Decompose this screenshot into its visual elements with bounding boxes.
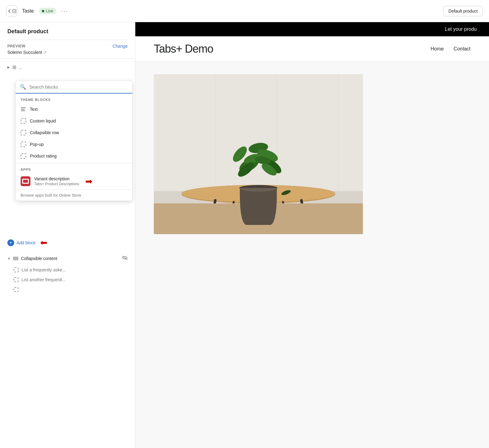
browse-apps-link[interactable]: Browse apps built for Online Store	[16, 190, 132, 201]
sidebar-tree: ▶ ⊞ ... 🔍 THEME BLOCKS	[0, 59, 135, 448]
app-block-text: Variant description Tabs+ Product Descri…	[34, 176, 79, 186]
collapsible-content-label: Collapsible content	[21, 256, 120, 261]
sub-item-3-icon	[14, 287, 18, 292]
block-label-product-rating: Product rating	[30, 154, 57, 158]
store-preview: Let your produ Tabs+ Demo Home Contact	[135, 22, 489, 448]
store-topbar: Let your produ	[135, 22, 489, 36]
add-block-row[interactable]: + Add block ➡	[0, 233, 135, 252]
live-badge: Live	[39, 8, 56, 14]
arrow-indicator-add-block: ➡	[40, 238, 47, 248]
app-block-name: Variant description	[34, 176, 79, 181]
chevron-right-icon: ▶	[7, 66, 10, 69]
block-item-custom-liquid[interactable]: Custom liquid	[16, 115, 132, 127]
block-label-popup: Pop-up	[30, 142, 44, 147]
add-block-icon: +	[7, 239, 14, 246]
default-product-button[interactable]: Default product	[443, 6, 483, 16]
hide-icon[interactable]	[122, 256, 128, 261]
live-dot-icon	[42, 10, 44, 12]
app-block-variant-description[interactable]: Variant description Tabs+ Product Descri…	[16, 173, 132, 190]
search-box: 🔍	[16, 81, 132, 94]
product-name-row: Solemn Succulent ↗	[7, 50, 128, 55]
sub-item-1-label: List a frequently aske...	[22, 267, 66, 272]
sub-item-1[interactable]: List a frequently aske...	[0, 265, 135, 275]
search-input[interactable]	[29, 84, 128, 90]
app-icon-variant-description	[21, 176, 30, 186]
sidebar: Default product PREVIEW Change Solemn Su…	[0, 22, 135, 448]
store-nav: Tabs+ Demo Home Contact	[135, 36, 489, 62]
grid-icon: ⊞	[12, 64, 16, 70]
blocks-dropdown: 🔍 THEME BLOCKS Text	[15, 81, 133, 201]
app-block-subtitle: Tabs+ Product Descriptions	[34, 182, 79, 186]
tree-item-1[interactable]: ▶ ⊞ ...	[0, 61, 135, 73]
sub-item-2-label: List another frequentl...	[22, 277, 66, 282]
store-topbar-text: Let your produ	[445, 26, 477, 32]
product-image-svg	[154, 74, 363, 234]
content-area: Let your produ Tabs+ Demo Home Contact	[135, 22, 489, 448]
sidebar-title: Default product	[7, 28, 128, 35]
preview-row: PREVIEW Change	[7, 44, 128, 49]
sub-item-2-icon	[14, 277, 18, 282]
popup-icon	[21, 142, 26, 147]
back-arrow-icon: ⊟	[12, 8, 17, 14]
search-icon: 🔍	[20, 84, 26, 90]
text-icon	[21, 106, 26, 112]
nav-link-contact[interactable]: Contact	[454, 46, 471, 52]
apps-label: APPS	[16, 163, 132, 173]
main-layout: Default product PREVIEW Change Solemn Su…	[0, 22, 489, 448]
custom-liquid-icon	[21, 118, 26, 124]
product-name-text: Solemn Succulent	[7, 50, 42, 55]
sub-item-3	[0, 285, 135, 294]
back-icon	[7, 9, 12, 14]
block-item-collapsible-row[interactable]: Collapsible row	[16, 127, 132, 138]
collapsible-row-icon	[21, 130, 26, 135]
add-block-label: Add block	[17, 240, 35, 245]
block-item-text[interactable]: Text	[16, 103, 132, 115]
chevron-down-icon: ▼	[7, 257, 10, 260]
nav-link-home[interactable]: Home	[431, 46, 444, 52]
sub-item-1-icon	[14, 267, 18, 272]
store-logo: Tabs+ Demo	[154, 42, 213, 55]
external-link-icon: ↗	[43, 50, 46, 54]
sub-item-2[interactable]: List another frequentl...	[0, 275, 135, 285]
block-item-popup[interactable]: Pop-up	[16, 138, 132, 150]
change-button[interactable]: Change	[113, 44, 128, 49]
more-options-button[interactable]: ···	[61, 7, 68, 14]
collapsible-content-header[interactable]: ▼ Collapsible content	[0, 252, 135, 265]
back-button[interactable]: ⊟	[6, 6, 17, 17]
preview-label: PREVIEW	[7, 44, 26, 48]
block-label-collapsible-row: Collapsible row	[30, 130, 59, 135]
store-nav-links: Home Contact	[431, 46, 471, 52]
collapsible-header-icon	[13, 257, 18, 260]
site-name: Taste	[22, 8, 34, 14]
product-rating-icon	[21, 153, 26, 159]
topbar: ⊟ Taste Live ··· Default product	[0, 0, 489, 22]
product-image	[154, 74, 363, 234]
sidebar-header: Default product PREVIEW Change Solemn Su…	[0, 22, 135, 59]
arrow-indicator-apps: ➡	[85, 176, 92, 186]
store-body	[135, 62, 489, 246]
block-label-custom-liquid: Custom liquid	[30, 118, 56, 123]
block-label-text: Text	[30, 107, 38, 112]
theme-blocks-label: THEME BLOCKS	[16, 94, 132, 103]
svg-rect-2	[154, 74, 363, 191]
block-item-product-rating[interactable]: Product rating	[16, 150, 132, 162]
live-label: Live	[46, 9, 53, 13]
